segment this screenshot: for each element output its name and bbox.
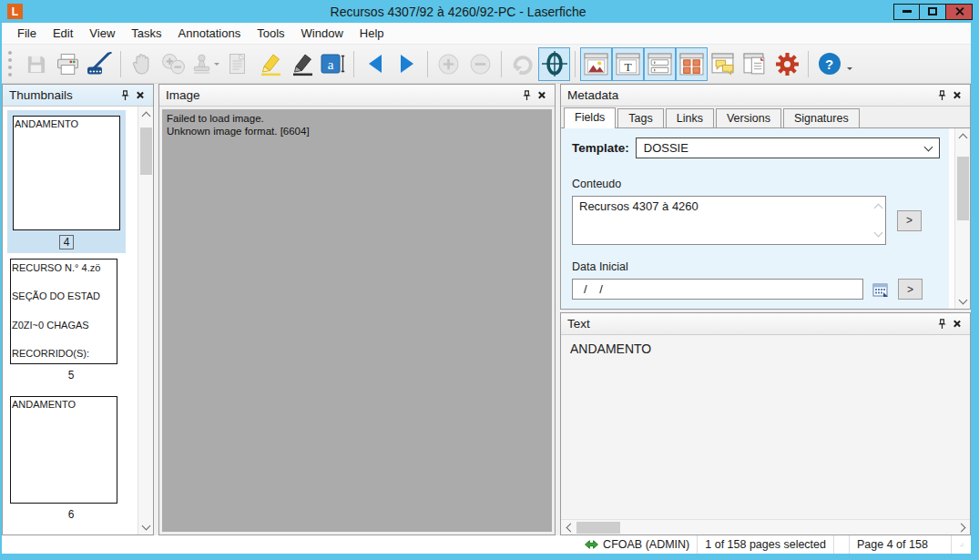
status-page: Page 4 of 158 [857,538,928,551]
help-button[interactable]: ? [813,47,845,81]
metadata-panel: Metadata Fields Tags Links Versions Sign… [560,84,971,310]
tab-links[interactable]: Links [666,108,714,127]
note-button[interactable] [221,47,253,81]
main-area: Thumbnails ANDAMENTO 4 [2,84,971,535]
tab-fields[interactable]: Fields [564,107,616,128]
close-panel-icon[interactable] [132,88,147,103]
options-button[interactable] [771,47,803,81]
zoom-select-button[interactable] [158,47,189,81]
tab-versions[interactable]: Versions [716,108,781,127]
scrollbar-thumb[interactable] [140,127,152,175]
scroll-down-icon[interactable] [955,293,970,309]
scroll-up-icon[interactable] [955,128,970,144]
svg-text:T: T [624,59,632,73]
toolbar-overflow-icon[interactable] [847,67,852,73]
tab-signatures[interactable]: Signatures [783,108,860,127]
close-panel-icon[interactable] [949,88,964,103]
thumbnails-scrollbar[interactable] [138,107,153,535]
conteudo-textarea[interactable]: Recursos 4307 à 4260 [572,196,886,245]
pin-icon[interactable] [519,88,534,103]
image-pane-button[interactable] [580,47,612,81]
image-viewer[interactable]: Failed to load image. Unknown image form… [159,107,555,535]
textarea-spinners[interactable] [875,202,882,239]
stamp-button[interactable] [189,47,221,81]
save-button[interactable] [20,47,52,81]
text-pane-button[interactable]: T [612,47,644,81]
status-user: CFOAB (ADMIN) [603,538,689,551]
fit-page-button[interactable] [538,47,570,81]
resize-grip-icon[interactable] [959,540,964,549]
pin-icon[interactable] [934,317,949,331]
print-icon [56,53,80,76]
calendar-button[interactable] [870,280,892,299]
menu-annotations[interactable]: Annotations [170,24,250,43]
conteudo-expand-button[interactable]: > [897,210,922,231]
close-panel-icon[interactable] [949,317,964,331]
menu-view[interactable]: View [81,24,123,43]
redaction-button[interactable] [285,47,317,81]
menu-help[interactable]: Help [352,24,393,43]
maximize-button[interactable] [920,4,946,20]
fit-page-icon [542,51,567,76]
scroll-right-icon[interactable] [954,520,970,535]
data-inicial-input[interactable]: / / [572,279,863,300]
menu-window[interactable]: Window [293,24,352,43]
image-error-line2: Unknown image format. [6604] [167,125,547,137]
rotate-button[interactable] [506,47,538,81]
fields-form: Template: DOSSIE Conteudo Recursos 4307 … [561,128,949,309]
minimize-button[interactable] [893,4,920,20]
scrollbar-thumb[interactable] [576,522,620,534]
scroll-left-icon[interactable] [561,520,576,535]
zoom-select-icon [161,53,186,76]
pan-button[interactable] [126,47,158,81]
thumbnail-item-page4[interactable]: ANDAMENTO 4 [7,110,126,253]
menu-file[interactable]: File [9,24,45,43]
menu-tasks[interactable]: Tasks [123,24,169,43]
thumbnail-page-preview: RECURSO N.° 4.zö SEÇÃO DO ESTAD Z0ZI~0 C… [10,259,117,364]
text-content[interactable]: ANDAMENTO [561,335,970,519]
zoom-out-button[interactable] [464,47,496,81]
tab-tags[interactable]: Tags [617,108,663,127]
scan-button[interactable] [84,47,116,81]
metadata-panel-header: Metadata [561,85,970,107]
toolbar-grip[interactable] [8,51,12,76]
scroll-up-icon[interactable] [138,107,153,122]
scrollbar-thumb[interactable] [957,157,969,220]
annotations-pane-button[interactable] [708,47,739,81]
options-icon [775,52,800,76]
thumbnail-item-page5[interactable]: RECURSO N.° 4.zö SEÇÃO DO ESTAD Z0ZI~0 C… [5,259,138,382]
app-logo-letter: L [12,5,18,18]
menu-tools[interactable]: Tools [249,24,292,43]
text-scrollbar[interactable] [561,519,970,535]
template-value: DOSSIE [644,141,688,155]
thumbnail-page-number: 5 [5,369,138,382]
fields-scrollbar[interactable] [954,128,970,309]
print-button[interactable] [52,47,84,81]
thumbnail-item-page6[interactable]: ANDAMENTO 6 [5,396,138,521]
document-pane-icon [743,53,768,76]
image-error-line1: Failed to load image. [167,112,547,125]
fields-pane-button[interactable] [644,47,676,81]
close-panel-icon[interactable] [534,88,548,103]
menu-bar: File Edit View Tasks Annotations Tools W… [2,23,971,44]
template-dropdown[interactable]: DOSSIE [636,137,940,158]
next-page-button[interactable] [391,47,423,81]
document-pane-button[interactable] [739,47,771,81]
scroll-down-icon[interactable] [138,519,153,535]
highlighter-button[interactable] [253,47,285,81]
menu-edit[interactable]: Edit [45,24,81,43]
stamp-icon [191,54,212,75]
pin-icon[interactable] [117,88,132,103]
stamp-dropdown-icon [214,63,219,68]
data-inicial-expand-button[interactable]: > [898,279,923,300]
pin-icon[interactable] [934,88,949,103]
text-annotation-button[interactable]: a [317,47,349,81]
thumbnails-pane-button[interactable] [676,47,708,81]
close-button[interactable] [946,4,973,20]
toolbar-separator [575,51,576,77]
fields-pane-icon [648,53,672,76]
previous-page-button[interactable] [359,47,391,81]
zoom-in-button[interactable] [433,47,464,81]
zoom-in-icon [437,53,460,76]
svg-text:a: a [328,57,334,72]
